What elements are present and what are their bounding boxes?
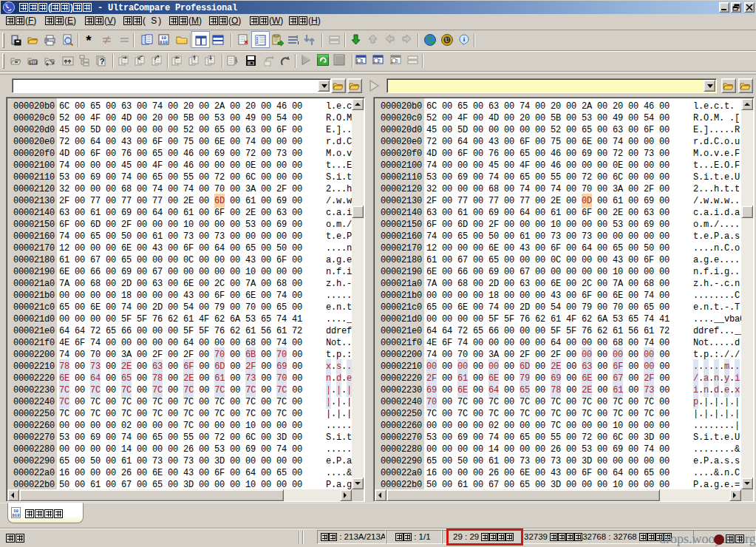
- svg-text:010: 010: [13, 513, 20, 518]
- svg-text:1010: 1010: [30, 61, 38, 65]
- svg-text:*: *: [86, 33, 92, 48]
- svg-text:?: ?: [100, 57, 105, 66]
- svg-text:010: 010: [160, 40, 168, 45]
- svg-text:U: U: [445, 37, 449, 44]
- svg-text:2: 2: [256, 40, 259, 44]
